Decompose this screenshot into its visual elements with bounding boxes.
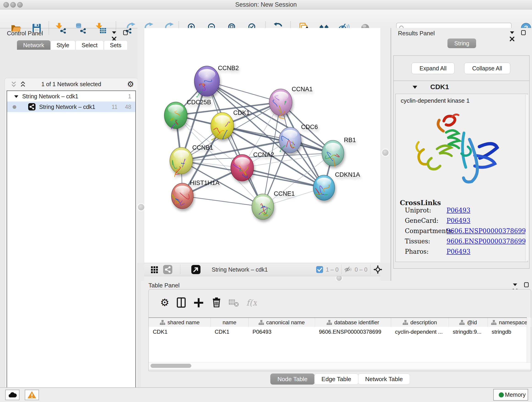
crosslink-link[interactable]: 9606.ENSP00000378699: [447, 238, 526, 245]
table-cell: P06493: [248, 327, 315, 337]
protein-description: cyclin-dependent kinase 1: [401, 97, 470, 104]
crosslink-link[interactable]: P06493: [447, 248, 470, 255]
table-panel: Table Panel ⚙f(x) shared namenamecanonic…: [141, 281, 532, 387]
node-CCNE1[interactable]: CCNE1: [252, 190, 295, 220]
table-options-button[interactable]: ⚙: [159, 297, 171, 309]
tab-network-table[interactable]: Network Table: [358, 374, 410, 385]
column-header-shared-name[interactable]: shared name: [149, 318, 211, 327]
status-bar: Memory: [0, 387, 532, 402]
crosslink-link[interactable]: 9606.ENSP00000378699: [447, 227, 526, 235]
table-hscroll-thumb[interactable]: [151, 364, 191, 368]
column-header-name[interactable]: name: [210, 318, 249, 327]
panel-float-icon[interactable]: [111, 30, 117, 36]
protein-structure-image: [409, 110, 508, 195]
column-header-database-identifier[interactable]: database identifier: [315, 318, 391, 327]
tab-edge-table[interactable]: Edge Table: [314, 374, 358, 385]
network-tree: String Network – cdk1 1 String Network –…: [7, 90, 136, 402]
node-label: CCNB1: [192, 144, 213, 151]
network-row[interactable]: String Network – cdk1 11 48: [7, 102, 135, 112]
table-row[interactable]: CDK1CDK1P064939606.ENSP00000378699cyclin…: [149, 327, 531, 337]
tab-string[interactable]: String: [391, 38, 532, 48]
node-CDKN1A[interactable]: CDKN1A: [313, 171, 360, 200]
warning-button[interactable]: [25, 390, 39, 400]
panel-maximize-icon[interactable]: [524, 282, 529, 288]
node-CCNB2[interactable]: CCNB2: [194, 65, 239, 97]
selected-count: 1 – 0: [326, 263, 339, 276]
left-splitter-handle[interactable]: [138, 204, 144, 211]
selected-checkbox-icon[interactable]: [316, 266, 323, 274]
hidden-eye-icon[interactable]: [344, 266, 352, 274]
expand-all-button[interactable]: Expand All: [412, 63, 455, 74]
memory-button[interactable]: Memory: [493, 389, 528, 401]
crosslinks-heading: CrossLinks: [400, 199, 441, 207]
network-options-gear-icon[interactable]: ⚙: [127, 78, 134, 90]
crosslink-link[interactable]: P06493: [447, 217, 470, 224]
fit-crosshair-icon[interactable]: [374, 265, 382, 275]
node-CCNA1[interactable]: CCNA1: [269, 86, 313, 119]
column-header--id[interactable]: @id: [449, 318, 488, 327]
string-network-icon: [28, 103, 36, 114]
left-splitter[interactable]: [138, 28, 144, 263]
node-CDK1[interactable]: CDK1: [211, 109, 250, 140]
delete-table-icon: [228, 297, 240, 309]
column-namespace-icon: [403, 320, 408, 325]
table-container: ⚙f(x) shared namenamecanonical namedatab…: [148, 289, 531, 371]
bottom-splitter[interactable]: [144, 276, 380, 281]
delete-column-button[interactable]: [210, 297, 222, 309]
delete-table-button[interactable]: [228, 297, 240, 309]
tab-network[interactable]: Network: [17, 40, 51, 50]
birds-eye-view-icon[interactable]: [191, 265, 201, 275]
node-HIST1H1A[interactable]: HIST1H1A: [171, 179, 220, 209]
add-column-icon: [193, 297, 205, 309]
cloud-button[interactable]: [5, 390, 19, 400]
tab-sets[interactable]: Sets: [104, 40, 128, 50]
table-horizontal-scrollbar[interactable]: [149, 362, 531, 369]
panel-float-icon[interactable]: [509, 30, 515, 36]
function-builder-button[interactable]: f(x): [245, 297, 257, 309]
network-collection-row[interactable]: String Network – cdk1 1: [7, 91, 135, 102]
panel-float-icon[interactable]: [512, 282, 518, 288]
crosslink-label: GeneCard:: [405, 217, 438, 224]
node-CCNB1[interactable]: CCNB1: [170, 144, 213, 177]
column-header-canonical-name[interactable]: canonical name: [248, 318, 315, 327]
panel-maximize-icon[interactable]: [123, 30, 128, 36]
add-column-button[interactable]: [193, 297, 205, 309]
show-columns-button[interactable]: [176, 297, 187, 309]
crosslink-label: Pharos:: [405, 248, 429, 255]
network-canvas[interactable]: CCNB2 CCNA1 CDC25B CDK1 CDC6 RB1 CCNB1: [144, 28, 380, 263]
column-header-namespace[interactable]: namespace: [488, 318, 531, 327]
memory-label: Memory: [505, 391, 526, 398]
results-panel-title: Results Panel: [398, 30, 435, 37]
network-current-dot-icon: [13, 105, 16, 109]
node-label: CDC6: [301, 123, 318, 130]
node-label: CDC25B: [187, 99, 211, 106]
panel-maximize-icon[interactable]: [521, 30, 526, 36]
table-cell: cyclin-dependent ...: [391, 327, 449, 337]
crosslink-row: Tissues: 9606.ENSP00000378699: [405, 238, 524, 245]
right-splitter-handle[interactable]: [382, 149, 389, 156]
table-cell: CDK1: [149, 327, 210, 337]
function-builder-icon: f(x): [245, 297, 257, 309]
control-panel-title: Control Panel: [7, 30, 43, 37]
collapse-all-button[interactable]: Collapse All: [464, 63, 510, 74]
tab-node-table[interactable]: Node Table: [270, 374, 315, 385]
control-panel-tabs: NetworkStyleSelectSets: [17, 40, 128, 50]
node-RB1[interactable]: RB1: [322, 137, 356, 167]
protein-expander-icon[interactable]: [412, 85, 418, 91]
networks-selected-header: 1 of 1 Network selected: [41, 81, 101, 87]
results-scrollbar[interactable]: [525, 95, 528, 261]
crosslink-row: Pharos: P06493: [405, 248, 524, 255]
table-vertical-scrollbar[interactable]: [527, 317, 531, 362]
string-view-icon[interactable]: [163, 265, 172, 275]
crosslink-row: GeneCard: P06493: [405, 217, 524, 224]
tab-select[interactable]: Select: [75, 40, 104, 50]
collection-name: String Network – cdk1: [22, 93, 78, 99]
protein-card-header[interactable]: CDK1: [394, 81, 529, 94]
node-label: CDK1: [233, 109, 250, 116]
tab-style[interactable]: Style: [51, 40, 76, 50]
right-splitter[interactable]: [380, 28, 391, 263]
grid-view-icon[interactable]: [151, 266, 158, 274]
column-header-description[interactable]: description: [391, 318, 449, 327]
show-columns-icon: [176, 297, 187, 309]
crosslink-link[interactable]: P06493: [447, 207, 470, 214]
